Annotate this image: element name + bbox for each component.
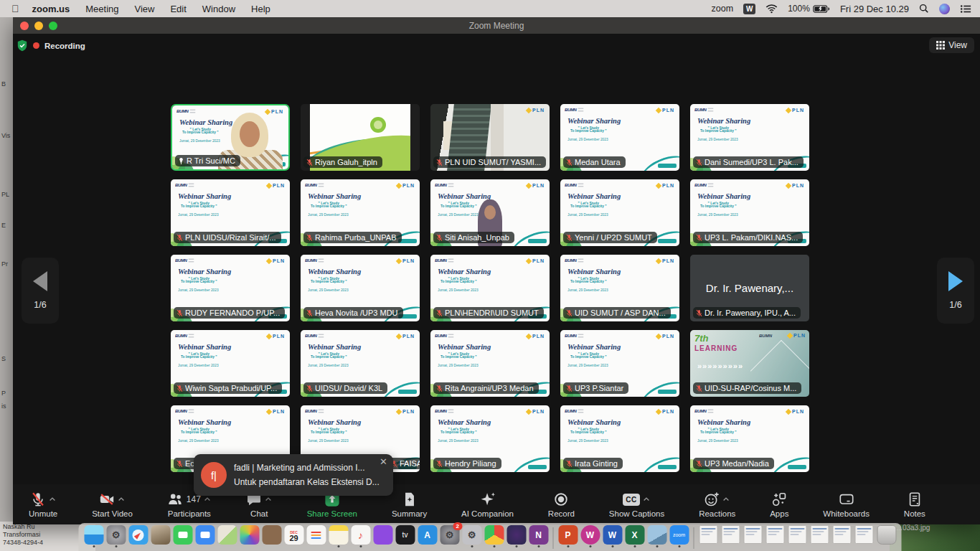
menu-edit[interactable]: Edit: [170, 4, 186, 14]
participant-tile[interactable]: BUMN PLN Webinar Sharing " Let's StudyTo…: [690, 179, 809, 246]
dock-firefox-icon[interactable]: [507, 525, 527, 547]
chevron-up-icon[interactable]: [264, 495, 273, 504]
dock-zoom-app-icon[interactable]: zoom: [669, 525, 689, 547]
menu-app-name[interactable]: zoom.us: [32, 4, 70, 14]
dock-notes-app-icon[interactable]: [329, 525, 349, 547]
menu-meeting[interactable]: Meeting: [85, 4, 118, 14]
view-button[interactable]: View: [929, 37, 974, 53]
chevron-up-icon[interactable]: [48, 495, 57, 504]
dock-thumb8-icon[interactable]: [854, 525, 875, 544]
dock-powerpoint-icon[interactable]: P: [558, 525, 578, 547]
chevron-up-icon[interactable]: [642, 495, 651, 504]
control-center-icon[interactable]: [960, 4, 971, 14]
participant-tile[interactable]: 7th LEARNING »»»»»»»»» BUMN PLN UID-SU-R…: [690, 330, 809, 397]
unmute-button[interactable]: Unmute: [29, 491, 57, 518]
participant-name: Wiwin Sapta Prabudi/UP...: [185, 384, 277, 392]
participant-tile[interactable]: BUMN PLN Webinar Sharing " Let's StudyTo…: [560, 405, 679, 472]
next-page-button[interactable]: 1/6: [937, 258, 974, 324]
menu-help[interactable]: Help: [251, 4, 270, 14]
dock-excel-icon[interactable]: X: [625, 525, 645, 547]
chevron-up-icon[interactable]: [117, 495, 126, 504]
wps-menu-icon[interactable]: W: [743, 4, 755, 14]
participant-tile[interactable]: Dr. Ir. Pawenary,...Dr. Ir. Pawenary, IP…: [690, 255, 809, 321]
dock-podcasts-icon[interactable]: [373, 525, 393, 547]
show-captions-button[interactable]: CCShow Captions: [609, 491, 664, 518]
participant-tile[interactable]: BUMN PLN Webinar Sharing " Let's StudyTo…: [430, 179, 550, 246]
pln-logo: PLN: [267, 183, 285, 188]
dock-thumb4-icon[interactable]: [765, 525, 786, 544]
participant-tile[interactable]: BUMN PLN Webinar Sharing " Let's StudyTo…: [560, 179, 679, 246]
dock-chrome-icon[interactable]: [484, 525, 504, 547]
menu-window[interactable]: Window: [202, 4, 235, 14]
dock-settings-icon[interactable]: ⚙: [462, 525, 482, 547]
notes-button[interactable]: Notes: [904, 491, 925, 518]
dock-thumb6-icon[interactable]: [810, 525, 830, 544]
dock-launchpad-icon[interactable]: ⚙: [106, 525, 126, 547]
dock-word-icon[interactable]: W: [603, 525, 623, 547]
participant-name-label: UID-SU-RAP/Cosinus M...: [693, 382, 801, 394]
participant-tile[interactable]: BUMN PLN Webinar Sharing " Let's StudyTo…: [430, 255, 550, 321]
participant-tile[interactable]: BUMN PLN Webinar Sharing " Let's StudyTo…: [171, 104, 290, 171]
participant-tile[interactable]: BUMN PLN Webinar Sharing " Let's StudyTo…: [690, 104, 809, 171]
apple-logo-icon[interactable]: : [11, 3, 19, 14]
dock-thumb3-icon[interactable]: [743, 525, 763, 544]
previous-page-button[interactable]: 1/6: [22, 258, 59, 324]
menu-view[interactable]: View: [134, 4, 154, 14]
apps-button[interactable]: Apps: [770, 491, 788, 518]
dock-maps-icon[interactable]: [217, 525, 237, 547]
menu-zoom-label[interactable]: zoom: [712, 4, 734, 14]
spotlight-icon[interactable]: [919, 4, 929, 14]
participant-tile[interactable]: BUMN PLN Webinar Sharing " Let's StudyTo…: [171, 330, 290, 397]
chevron-up-icon[interactable]: [203, 495, 212, 504]
dock-app-store-icon[interactable]: A: [418, 525, 438, 547]
participant-tile[interactable]: BUMN PLN Webinar Sharing " Let's StudyTo…: [560, 104, 679, 171]
dock-thumb2-icon[interactable]: [721, 525, 741, 544]
dock-photo-eagle-icon[interactable]: [151, 525, 171, 547]
participant-tile[interactable]: PLNPLN UID SUMUT/ YASMI...: [430, 104, 550, 171]
dock-facetime-icon[interactable]: [173, 525, 193, 547]
participant-tile[interactable]: BUMN PLN Webinar Sharing " Let's StudyTo…: [301, 255, 420, 321]
dock-calendar-icon[interactable]: DEC29: [284, 525, 304, 547]
dock-apple-tv-icon[interactable]: tv: [395, 525, 415, 547]
participant-tile[interactable]: BUMN PLN Webinar Sharing " Let's StudyTo…: [560, 255, 679, 321]
dock-messages-icon[interactable]: [195, 525, 215, 547]
dock-finder-icon[interactable]: [84, 525, 104, 547]
participant-tile[interactable]: BUMN PLN Webinar Sharing " Let's StudyTo…: [690, 405, 809, 472]
participant-tile[interactable]: BUMN PLN Webinar Sharing " Let's StudyTo…: [301, 179, 420, 246]
chevron-up-icon[interactable]: [722, 495, 730, 504]
security-shield-icon[interactable]: [17, 39, 28, 52]
start-video-button[interactable]: Start Video: [92, 491, 133, 518]
dock-photos-icon[interactable]: [240, 525, 260, 547]
dock-reminders-icon[interactable]: [306, 525, 326, 547]
window-titlebar[interactable]: Zoom Meeting: [13, 17, 980, 34]
close-popup-icon[interactable]: ✕: [380, 457, 387, 466]
dock-system-preferences-icon[interactable]: ⚙2: [440, 525, 460, 547]
participant-tile[interactable]: BUMN PLN Webinar Sharing " Let's StudyTo…: [171, 179, 290, 246]
participant-tile[interactable]: BUMN PLN Webinar Sharing " Let's StudyTo…: [430, 405, 550, 472]
participant-tile[interactable]: BUMN PLN Webinar Sharing " Let's StudyTo…: [301, 330, 420, 397]
summary-button[interactable]: Summary: [392, 491, 427, 518]
background-text-fragment: Pr: [1, 260, 13, 268]
dock-thumb1-icon[interactable]: [699, 525, 719, 544]
dock-trash-icon[interactable]: [877, 525, 897, 547]
participant-tile[interactable]: Riyan Galuh_itpln: [301, 104, 420, 171]
ai-companion-button[interactable]: AI Companion: [461, 491, 514, 518]
participant-tile[interactable]: BUMN PLN Webinar Sharing " Let's StudyTo…: [430, 330, 550, 397]
dock-thumb7-icon[interactable]: [832, 525, 852, 544]
participant-tile[interactable]: BUMN PLN Webinar Sharing " Let's StudyTo…: [560, 330, 679, 397]
dock-safari-icon[interactable]: [128, 525, 149, 547]
siri-icon[interactable]: [939, 4, 950, 14]
wifi-icon[interactable]: [765, 4, 778, 14]
dock-preview-icon[interactable]: [647, 525, 667, 547]
dock-wps-icon[interactable]: W: [580, 525, 600, 547]
chat-notification-popup[interactable]: f| fadli | Marketing and Admission I... …: [194, 454, 393, 496]
participant-tile[interactable]: BUMN PLN Webinar Sharing " Let's StudyTo…: [171, 255, 290, 321]
dock-thumb5-icon[interactable]: [788, 525, 808, 544]
reactions-button[interactable]: Reactions: [699, 491, 735, 518]
dock-onenote-icon[interactable]: N: [529, 525, 549, 547]
whiteboards-button[interactable]: Whiteboards: [823, 491, 870, 518]
dock-contacts-icon[interactable]: [262, 525, 282, 547]
dock-music-icon[interactable]: ♪: [351, 525, 371, 547]
record-button[interactable]: Record: [548, 491, 575, 518]
menu-datetime[interactable]: Fri 29 Dec 10.29: [840, 4, 909, 14]
